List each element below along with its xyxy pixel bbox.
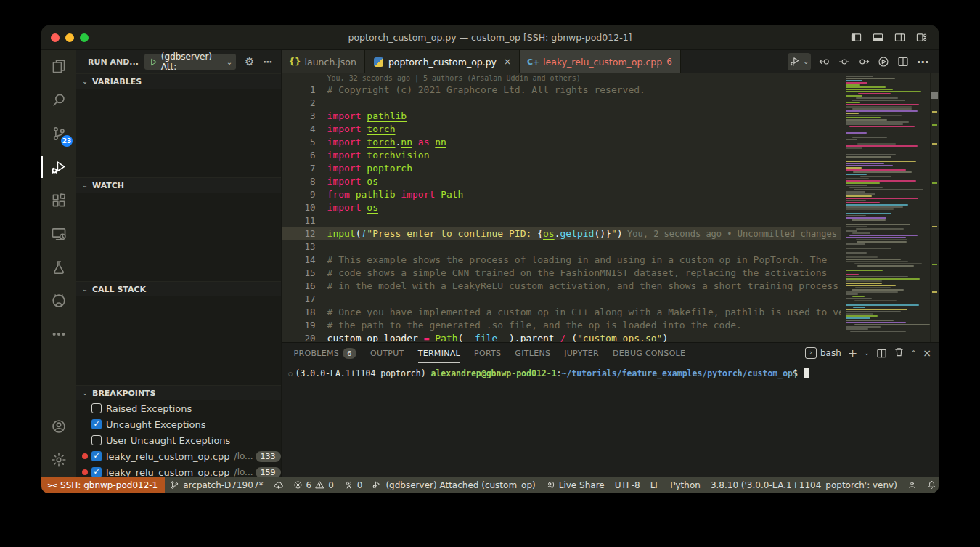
code-line-15[interactable]: 15# code shows a simple CNN trained on t… — [282, 267, 841, 280]
previous-change-button[interactable] — [819, 56, 830, 68]
panel-tab-problems[interactable]: PROBLEMS6 — [294, 343, 356, 363]
breakpoint-row[interactable]: ✓leaky_relu_custom_op.cpp/lo...133 — [76, 448, 281, 464]
code-line-18[interactable]: 18# Once you have implemented a custom o… — [282, 306, 841, 319]
next-change-button[interactable] — [858, 56, 870, 68]
scrollbar-thumb[interactable] — [931, 92, 938, 99]
activitybar-accounts[interactable] — [41, 410, 76, 443]
code-line-11[interactable]: 11 — [282, 214, 841, 227]
statusbar-debug-session[interactable]: (gdbserver) Attached (custom_op) — [367, 477, 540, 493]
code-line-19[interactable]: 19# the path to the generated .so file, … — [282, 319, 841, 332]
code-editor[interactable]: You, 32 seconds ago | 5 authors (Arsalan… — [282, 73, 939, 342]
terminal-shell-selector[interactable]: ›bash — [805, 347, 841, 359]
gitlens-codelens[interactable]: You, 32 seconds ago | 5 authors (Arsalan… — [282, 73, 841, 84]
activitybar-testing[interactable] — [41, 251, 76, 284]
terminal-dropdown-icon[interactable]: ⌄ — [864, 349, 870, 357]
code-line-4[interactable]: 4import torch — [282, 123, 841, 136]
new-terminal-button[interactable]: + — [848, 347, 857, 360]
activitybar-more-views[interactable] — [41, 317, 76, 351]
activitybar-explorer[interactable] — [41, 50, 76, 84]
panel-tab-gitlens[interactable]: GITLENS — [515, 343, 550, 363]
customize-layout-icon[interactable] — [916, 32, 927, 43]
minimize-window-button[interactable] — [65, 33, 74, 42]
code-line-6[interactable]: 6import torchvision — [282, 149, 841, 162]
toggle-primary-sidebar-icon[interactable] — [851, 32, 862, 43]
activitybar-settings[interactable] — [41, 443, 76, 477]
terminal-command-decoration[interactable]: ○ — [286, 368, 295, 477]
minimap[interactable] — [841, 73, 930, 342]
code-line-8[interactable]: 8import os — [282, 175, 841, 188]
split-editor-button[interactable] — [897, 56, 909, 68]
start-debug-icon[interactable] — [149, 57, 158, 67]
code-line-17[interactable]: 17 — [282, 293, 841, 306]
statusbar-live-share[interactable]: Live Share — [541, 477, 610, 493]
debug-run-button[interactable]: ⌄ — [788, 53, 811, 70]
panel-tab-debug-console[interactable]: DEBUG CONSOLE — [613, 343, 685, 363]
open-change-button[interactable] — [838, 56, 850, 68]
code-line-9[interactable]: 9from pathlib import Path — [282, 188, 841, 201]
close-tab-icon[interactable]: × — [504, 57, 511, 67]
code-line-12[interactable]: 12input(f"Press enter to continue PID: {… — [282, 227, 841, 240]
breakpoint-checkbox[interactable]: ✓ — [91, 467, 102, 477]
code-line-3[interactable]: 3import pathlib — [282, 110, 841, 123]
launch-configuration-dropdown[interactable]: (gdbserver) Att: ⌄ — [144, 54, 236, 70]
statusbar-language-mode[interactable]: Python — [665, 477, 706, 493]
breakpoint-row[interactable]: ✓Uncaught Exceptions — [76, 416, 281, 432]
maximize-panel-button[interactable]: ⌃ — [911, 349, 917, 357]
statusbar-notifications[interactable] — [922, 477, 939, 493]
activitybar-search[interactable] — [41, 84, 76, 117]
statusbar-feedback[interactable] — [902, 477, 922, 493]
panel-tab-output[interactable]: OUTPUT — [370, 343, 404, 363]
statusbar-encoding[interactable]: UTF-8 — [610, 477, 645, 493]
statusbar-end-of-line[interactable]: LF — [645, 477, 666, 493]
code-line-14[interactable]: 14# This example shows the process of lo… — [282, 254, 841, 267]
breakpoint-checkbox[interactable] — [91, 435, 102, 445]
code-line-2[interactable]: 2 — [282, 97, 841, 110]
tab-poptorch_custom_op.py[interactable]: poptorch_custom_op.py× — [365, 50, 520, 73]
statusbar-git-branch[interactable]: arcpatch-D71907* — [165, 477, 268, 493]
kill-terminal-button[interactable] — [894, 347, 905, 360]
code-area[interactable]: You, 32 seconds ago | 5 authors (Arsalan… — [282, 73, 841, 342]
statusbar-sync-changes[interactable] — [269, 477, 288, 493]
breakpoint-checkbox[interactable]: ✓ — [91, 419, 102, 429]
toggle-secondary-sidebar-icon[interactable] — [894, 32, 905, 43]
editor-scrollbar[interactable] — [930, 73, 939, 342]
breakpoint-checkbox[interactable]: ✓ — [91, 451, 102, 461]
code-line-16[interactable]: 16# in the model with a LeakyReLU custom… — [282, 280, 841, 293]
code-line-5[interactable]: 5import torch.nn as nn — [282, 136, 841, 149]
activitybar-remote-explorer[interactable] — [41, 217, 76, 251]
code-line-20[interactable]: 20custom_op_loader = Path(__file__).pare… — [282, 332, 841, 342]
zoom-window-button[interactable] — [80, 33, 89, 42]
panel-tab-terminal[interactable]: TERMINAL — [418, 343, 460, 363]
section-header[interactable]: ⌄VARIABLES — [76, 73, 281, 89]
tab-launch.json[interactable]: {}launch.json — [282, 50, 365, 73]
statusbar-python-interpreter[interactable]: 3.8.10 ('3.0.0-EA.1+1104_poptorch': venv… — [706, 477, 902, 493]
statusbar-problems[interactable]: 60 — [288, 477, 339, 493]
section-header[interactable]: ⌄CALL STACK — [76, 281, 281, 296]
code-line-10[interactable]: 10import os — [282, 201, 841, 214]
terminal[interactable]: ○ (3.0.0-EA.1+1104_poptorch) alexandrep@… — [282, 363, 939, 477]
run-file-button[interactable] — [878, 56, 889, 68]
code-line-13[interactable]: 13 — [282, 240, 841, 254]
debug-more-actions-icon[interactable]: ⋯ — [264, 57, 274, 68]
section-header[interactable]: ⌄BREAKPOINTS — [76, 385, 281, 400]
activitybar-github[interactable] — [41, 284, 76, 317]
close-panel-button[interactable]: × — [923, 347, 931, 359]
split-terminal-button[interactable] — [876, 348, 887, 359]
activitybar-extensions[interactable] — [41, 184, 76, 217]
statusbar-remote-host[interactable]: ><SSH: gbnwp-pod012-1 — [41, 477, 165, 493]
activitybar-run-and-debug[interactable] — [41, 150, 76, 184]
code-line-7[interactable]: 7import poptorch — [282, 162, 841, 175]
debug-settings-gear-icon[interactable]: ⚙ — [245, 55, 254, 68]
code-line-1[interactable]: 1# Copyright (c) 2021 Graphcore Ltd. All… — [282, 84, 841, 97]
statusbar-forwarded-ports[interactable]: 0 — [339, 477, 368, 493]
activitybar-source-control[interactable]: 23 — [41, 117, 76, 150]
close-window-button[interactable] — [51, 33, 60, 42]
toggle-panel-icon[interactable] — [873, 32, 883, 43]
section-header[interactable]: ⌄WATCH — [76, 177, 281, 193]
more-actions-button[interactable]: ⋯ — [917, 55, 929, 69]
panel-tab-jupyter[interactable]: JUPYTER — [564, 343, 599, 363]
breakpoint-row[interactable]: User Uncaught Exceptions — [76, 432, 281, 448]
tab-leaky_relu_custom_op.cpp[interactable]: C+leaky_relu_custom_op.cpp6 — [520, 50, 681, 73]
title-bar[interactable]: poptorch_custom_op.py — custom_op [SSH: … — [41, 25, 939, 50]
panel-tab-ports[interactable]: PORTS — [474, 343, 501, 363]
